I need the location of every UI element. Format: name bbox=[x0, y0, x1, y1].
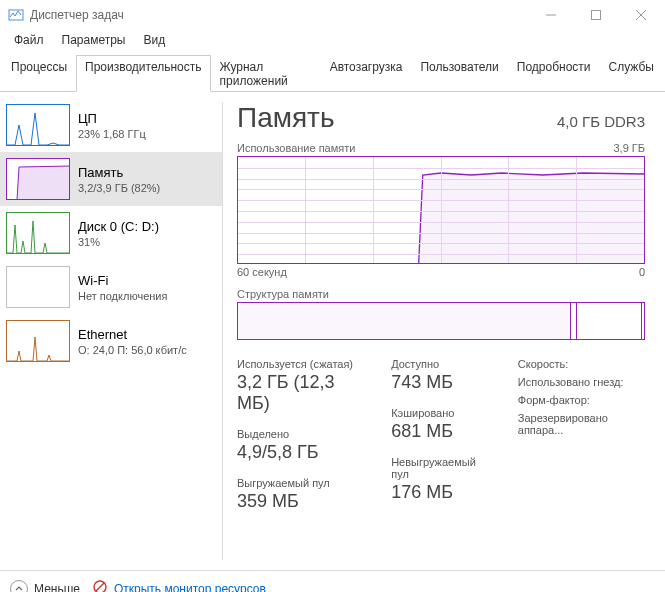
fewer-label: Меньше bbox=[34, 582, 80, 593]
ethernet-thumbnail bbox=[6, 320, 70, 362]
tab-users[interactable]: Пользователи bbox=[411, 55, 507, 92]
open-resource-monitor-link[interactable]: Открыть монитор ресурсов bbox=[92, 579, 266, 592]
menu-file[interactable]: Файл bbox=[6, 31, 52, 49]
comp-in-use bbox=[238, 303, 571, 339]
chevron-up-icon bbox=[10, 580, 28, 593]
close-button[interactable] bbox=[618, 0, 663, 30]
page-title: Память bbox=[237, 102, 335, 134]
cached-label: Кэшировано bbox=[391, 407, 488, 419]
meta-slots: Использовано гнезд: bbox=[518, 376, 645, 388]
resource-monitor-label: Открыть монитор ресурсов bbox=[114, 582, 266, 593]
cpu-name: ЦП bbox=[78, 111, 146, 126]
meta-reserved: Зарезервировано аппара... bbox=[518, 412, 645, 436]
svg-rect-2 bbox=[591, 11, 600, 20]
tab-bar: Процессы Производительность Журнал прило… bbox=[0, 54, 665, 92]
ethernet-name: Ethernet bbox=[78, 327, 187, 342]
disk-name: Диск 0 (C: D:) bbox=[78, 219, 159, 234]
nonpaged-label: Невыгружаемый пул bbox=[391, 456, 488, 480]
app-icon bbox=[8, 7, 24, 23]
comp-standby bbox=[577, 303, 642, 339]
memory-name: Память bbox=[78, 165, 160, 180]
sidebar-item-memory[interactable]: Память 3,2/3,9 ГБ (82%) bbox=[0, 152, 222, 206]
memory-usage-chart[interactable] bbox=[237, 156, 645, 264]
titlebar: Диспетчер задач bbox=[0, 0, 665, 30]
committed-value: 4,9/5,8 ГБ bbox=[237, 442, 361, 463]
cpu-thumbnail bbox=[6, 104, 70, 146]
ethernet-sub: О: 24,0 П: 56,0 кбит/с bbox=[78, 344, 187, 356]
minimize-button[interactable] bbox=[528, 0, 573, 30]
disk-sub: 31% bbox=[78, 236, 159, 248]
maximize-button[interactable] bbox=[573, 0, 618, 30]
memory-thumbnail bbox=[6, 158, 70, 200]
tab-services[interactable]: Службы bbox=[600, 55, 663, 92]
cpu-sub: 23% 1,68 ГГц bbox=[78, 128, 146, 140]
nonpaged-value: 176 МБ bbox=[391, 482, 488, 503]
footer: Меньше Открыть монитор ресурсов bbox=[0, 570, 665, 592]
wifi-thumbnail bbox=[6, 266, 70, 308]
wifi-sub: Нет подключения bbox=[78, 290, 167, 302]
tab-processes[interactable]: Процессы bbox=[2, 55, 76, 92]
paged-value: 359 МБ bbox=[237, 491, 361, 512]
sidebar-item-cpu[interactable]: ЦП 23% 1,68 ГГц bbox=[0, 98, 222, 152]
chart-grid bbox=[238, 157, 644, 263]
tab-details[interactable]: Подробности bbox=[508, 55, 600, 92]
usage-chart-max: 3,9 ГБ bbox=[613, 142, 645, 154]
memory-composition-chart[interactable] bbox=[237, 302, 645, 340]
in-use-value: 3,2 ГБ (12,3 МБ) bbox=[237, 372, 361, 414]
window-title: Диспетчер задач bbox=[30, 8, 528, 22]
paged-label: Выгружаемый пул bbox=[237, 477, 361, 489]
memory-sub: 3,2/3,9 ГБ (82%) bbox=[78, 182, 160, 194]
main-panel: Память 4,0 ГБ DDR3 Использование памяти … bbox=[223, 92, 665, 570]
meta-form: Форм-фактор: bbox=[518, 394, 645, 406]
memory-capacity: 4,0 ГБ DDR3 bbox=[557, 113, 645, 130]
tab-app-history[interactable]: Журнал приложений bbox=[211, 55, 321, 92]
sidebar-item-disk[interactable]: Диск 0 (C: D:) 31% bbox=[0, 206, 222, 260]
tab-startup[interactable]: Автозагрузка bbox=[321, 55, 412, 92]
content-area: ЦП 23% 1,68 ГГц Память 3,2/3,9 ГБ (82%) bbox=[0, 92, 665, 570]
sidebar-item-wifi[interactable]: Wi-Fi Нет подключения bbox=[0, 260, 222, 314]
available-value: 743 МБ bbox=[391, 372, 488, 393]
wifi-name: Wi-Fi bbox=[78, 273, 167, 288]
menu-options[interactable]: Параметры bbox=[54, 31, 134, 49]
menu-view[interactable]: Вид bbox=[135, 31, 173, 49]
sidebar-item-ethernet[interactable]: Ethernet О: 24,0 П: 56,0 кбит/с bbox=[0, 314, 222, 368]
available-label: Доступно bbox=[391, 358, 488, 370]
in-use-label: Используется (сжатая) bbox=[237, 358, 361, 370]
usage-chart-label: Использование памяти bbox=[237, 142, 355, 154]
committed-label: Выделено bbox=[237, 428, 361, 440]
svg-line-6 bbox=[96, 583, 104, 591]
tab-performance[interactable]: Производительность bbox=[76, 55, 210, 92]
disk-thumbnail bbox=[6, 212, 70, 254]
sidebar: ЦП 23% 1,68 ГГц Память 3,2/3,9 ГБ (82%) bbox=[0, 92, 222, 570]
fewer-details-button[interactable]: Меньше bbox=[10, 580, 80, 593]
meta-speed: Скорость: bbox=[518, 358, 645, 370]
axis-right-label: 0 bbox=[639, 266, 645, 278]
memory-stats: Используется (сжатая) 3,2 ГБ (12,3 МБ) В… bbox=[237, 358, 645, 512]
resource-monitor-icon bbox=[92, 579, 108, 592]
composition-label: Структура памяти bbox=[237, 288, 329, 300]
axis-left-label: 60 секунд bbox=[237, 266, 287, 278]
menubar: Файл Параметры Вид bbox=[0, 30, 665, 50]
cached-value: 681 МБ bbox=[391, 421, 488, 442]
